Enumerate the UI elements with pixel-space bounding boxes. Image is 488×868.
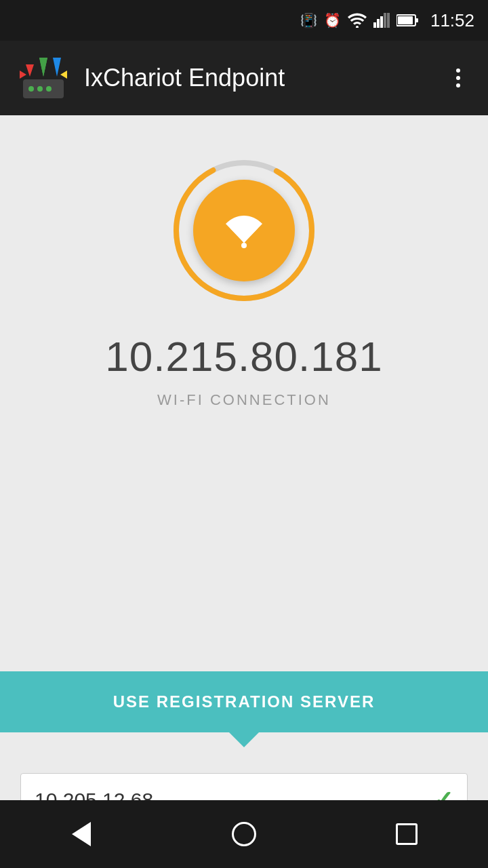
recents-button[interactable] (380, 814, 434, 854)
more-options-button[interactable] (445, 68, 472, 87)
nav-bar (0, 800, 488, 868)
registration-banner[interactable]: USE REGISTRATION SERVER (0, 671, 488, 732)
battery-icon (396, 14, 418, 27)
back-button[interactable] (54, 814, 108, 854)
svg-point-11 (37, 86, 43, 92)
svg-rect-3 (380, 16, 383, 28)
svg-marker-15 (39, 58, 47, 77)
svg-rect-1 (373, 22, 376, 28)
svg-rect-2 (377, 19, 380, 28)
svg-marker-13 (26, 64, 34, 77)
svg-marker-16 (20, 71, 26, 79)
svg-rect-4 (384, 13, 386, 28)
wifi-status-icon (348, 13, 367, 28)
home-circle-icon (232, 822, 256, 846)
svg-marker-18 (53, 58, 61, 77)
connection-type-label: WI-FI CONNECTION (157, 391, 331, 409)
status-bar: 📳 ⏰ 11:52 (0, 0, 488, 41)
svg-marker-17 (60, 71, 67, 79)
svg-rect-5 (387, 13, 390, 28)
svg-rect-7 (415, 18, 418, 22)
registration-banner-text: USE REGISTRATION SERVER (113, 692, 375, 711)
app-logo (16, 51, 70, 105)
registration-section: USE REGISTRATION SERVER (0, 671, 488, 732)
alarm-icon: ⏰ (324, 12, 341, 28)
svg-point-21 (241, 243, 247, 248)
status-time: 11:52 (430, 10, 474, 31)
ip-address: 10.215.80.181 (105, 332, 383, 380)
back-arrow-icon (72, 822, 91, 846)
banner-arrow (229, 732, 259, 747)
wifi-icon (217, 210, 271, 251)
signal-icon (373, 13, 390, 28)
vibrate-icon: 📳 (300, 12, 317, 28)
svg-point-0 (356, 26, 359, 28)
home-button[interactable] (217, 814, 271, 854)
recents-square-icon (396, 823, 418, 845)
app-title: IxChariot Endpoint (84, 64, 431, 92)
wifi-status-circle[interactable] (169, 156, 319, 305)
main-content: 10.215.80.181 WI-FI CONNECTION (0, 115, 488, 671)
app-bar: IxChariot Endpoint (0, 41, 488, 115)
svg-point-10 (28, 86, 34, 92)
status-icons: 📳 ⏰ 11:52 (300, 10, 474, 31)
svg-point-12 (46, 86, 52, 92)
svg-rect-8 (398, 16, 413, 24)
wifi-button[interactable] (193, 180, 295, 281)
